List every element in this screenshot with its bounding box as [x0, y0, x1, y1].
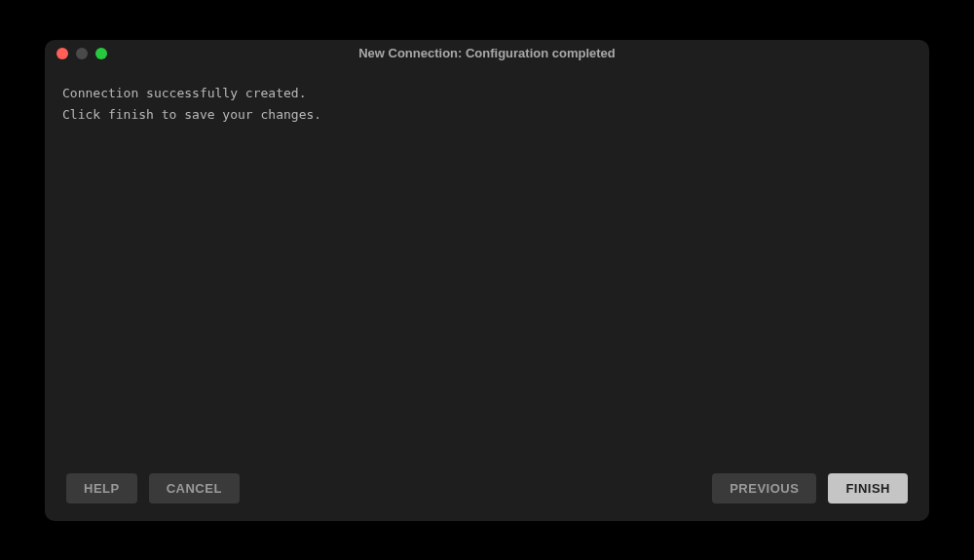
titlebar: New Connection: Configuration completed — [45, 40, 929, 67]
finish-button[interactable]: FINISH — [828, 473, 908, 504]
footer-left-group: HELP CANCEL — [66, 473, 240, 504]
minimize-icon — [76, 48, 88, 59]
traffic-lights — [45, 48, 107, 59]
footer: HELP CANCEL PREVIOUS FINISH — [45, 460, 929, 521]
maximize-icon[interactable] — [95, 48, 107, 59]
cancel-button[interactable]: CANCEL — [149, 473, 240, 504]
window-title: New Connection: Configuration completed — [45, 46, 929, 60]
message-line-1: Connection successfully created. — [62, 83, 912, 104]
footer-right-group: PREVIOUS FINISH — [712, 473, 908, 504]
close-icon[interactable] — [56, 48, 68, 59]
previous-button[interactable]: PREVIOUS — [712, 473, 816, 504]
help-button[interactable]: HELP — [66, 473, 137, 504]
content-area: Connection successfully created. Click f… — [45, 67, 929, 460]
message-line-2: Click finish to save your changes. — [62, 104, 912, 126]
dialog-window: New Connection: Configuration completed … — [45, 40, 929, 521]
